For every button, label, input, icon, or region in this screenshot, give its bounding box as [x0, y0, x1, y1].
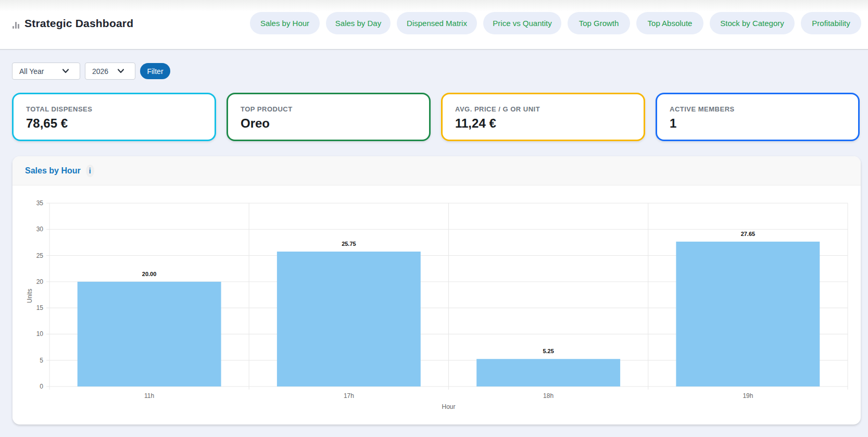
svg-text:17h: 17h: [344, 392, 354, 399]
svg-text:Units: Units: [26, 289, 33, 303]
svg-text:11h: 11h: [144, 392, 154, 399]
svg-text:15: 15: [36, 304, 44, 311]
svg-text:10: 10: [36, 330, 44, 338]
svg-text:5.25: 5.25: [543, 348, 553, 354]
svg-text:5: 5: [40, 357, 43, 364]
svg-text:19h: 19h: [743, 392, 753, 399]
svg-text:35: 35: [36, 199, 44, 207]
svg-text:20.00: 20.00: [142, 271, 157, 277]
svg-text:30: 30: [36, 226, 44, 233]
svg-text:18h: 18h: [543, 392, 553, 399]
svg-text:0: 0: [40, 383, 43, 390]
svg-text:Hour: Hour: [442, 403, 455, 410]
svg-text:20: 20: [36, 278, 44, 285]
svg-text:25.75: 25.75: [342, 241, 356, 247]
svg-text:27.65: 27.65: [741, 231, 756, 237]
svg-text:25: 25: [36, 252, 44, 259]
